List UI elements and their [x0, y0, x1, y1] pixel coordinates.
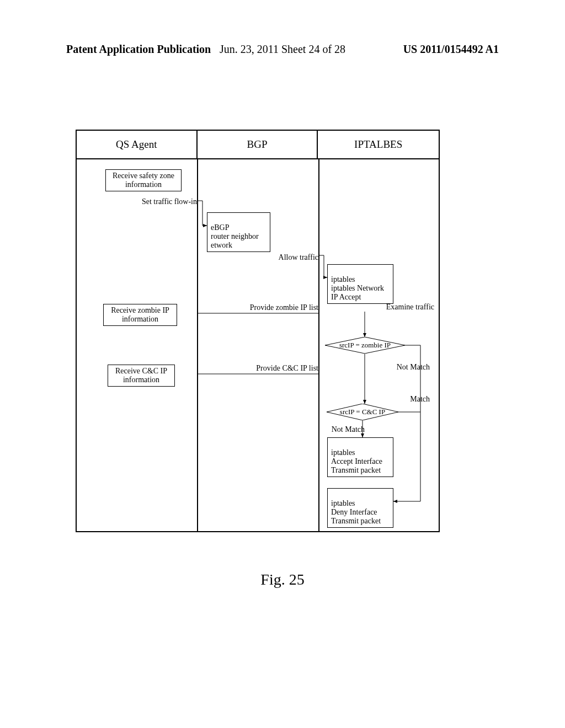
label-examine-traffic: Examine traffic	[357, 303, 434, 312]
box-receive-safety-zone: Receive safety zone information	[105, 169, 182, 191]
label-provide-cc-ip-list: Provide C&C IP list	[230, 364, 318, 373]
text-iptables-accept-net: iptables iptables Network IP Accept	[331, 275, 384, 301]
column-header-iptables: IPTALBES	[318, 131, 439, 159]
box-receive-zombie-ip: Receive zombie IP information	[103, 304, 177, 326]
text-ebgp: eBGP router neighbor etwork	[211, 223, 259, 249]
figure-label: Fig. 25	[0, 571, 565, 588]
label-provide-zombie-ip-list: Provide zombie IP list	[230, 303, 318, 312]
column-divider-1	[197, 159, 198, 532]
text-iptables-deny-if: iptables Deny Interface Transmit packet	[331, 499, 381, 525]
header-center: Jun. 23, 2011 Sheet 24 of 28	[220, 43, 345, 56]
label-allow-traffic: Allow traffic	[242, 253, 318, 262]
decision-zombie-ip: srcIP = zombie IP	[325, 337, 405, 354]
header-left: Patent Application Publication	[66, 43, 211, 56]
label-match: Match	[386, 395, 430, 404]
label-not-match-2: Not Match	[325, 425, 365, 434]
text-receive-cc: Receive C&C IP information	[115, 367, 167, 384]
label-set-traffic-flow-in: Set traffic flow-in	[121, 197, 197, 206]
box-iptables-network-accept: iptables iptables Network IP Accept	[327, 264, 393, 304]
decision-cc-ip: srcIP = C&C IP	[327, 404, 398, 420]
column-header-bgp: BGP	[198, 131, 318, 159]
text-decision-zombie: srcIP = zombie IP	[325, 341, 405, 350]
diagram-container: QS Agent BGP IPTALBES Receive safety zon…	[76, 130, 440, 532]
column-header-qs-agent: QS Agent	[77, 131, 198, 159]
text-receive-safety: Receive safety zone information	[113, 172, 174, 189]
text-decision-cc: srcIP = C&C IP	[327, 408, 398, 416]
text-iptables-accept-if: iptables Accept Interface Transmit packe…	[331, 448, 382, 474]
label-not-match-1: Not Match	[375, 363, 430, 372]
box-receive-cc-ip: Receive C&C IP information	[108, 365, 175, 387]
text-receive-zombie: Receive zombie IP information	[111, 306, 169, 323]
header-right: US 2011/0154492 A1	[403, 43, 499, 56]
box-ebgp: eBGP router neighbor etwork	[207, 212, 270, 252]
column-divider-2	[318, 159, 319, 532]
box-iptables-deny-interface: iptables Deny Interface Transmit packet	[327, 488, 393, 528]
box-iptables-accept-interface: iptables Accept Interface Transmit packe…	[327, 437, 393, 477]
